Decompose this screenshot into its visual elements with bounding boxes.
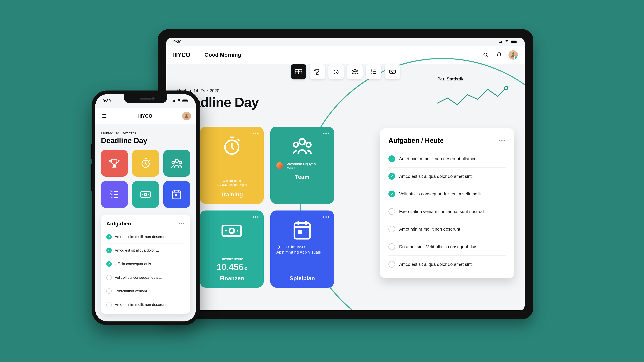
user-avatar[interactable]	[182, 112, 191, 120]
tasks-panel: Aufgaben / Heute ••• Amet minim mollit n…	[380, 128, 514, 278]
svg-point-15	[390, 71, 391, 72]
card-amount: 10.456€	[206, 262, 258, 272]
tile-money[interactable]	[132, 181, 159, 208]
svg-point-40	[144, 193, 147, 196]
task-row[interactable]: Amet minim mollit non deserunt ...	[106, 230, 185, 244]
brand-logo[interactable]: IIIYCO	[173, 51, 190, 58]
task-text: Velit officia consequat duis ...	[115, 275, 162, 280]
check-done-icon[interactable]	[106, 234, 112, 240]
tasks-more-icon[interactable]: •••	[179, 221, 185, 226]
svg-rect-31	[188, 100, 188, 101]
card-sub: Umsatz heute	[206, 257, 258, 261]
phone-frame: 9:30 IIIYCO Montag, 14. Dez 2020 Deadlin…	[92, 90, 200, 325]
signal-icon	[172, 98, 176, 103]
battery-icon	[511, 40, 518, 43]
svg-rect-30	[183, 100, 187, 102]
svg-point-14	[392, 71, 393, 72]
amount-value: 10.456	[217, 262, 243, 272]
calendar-icon	[276, 218, 328, 242]
search-icon[interactable]	[482, 51, 490, 59]
battery-icon	[182, 98, 188, 103]
task-row[interactable]: Amco est sit aliqua dolor do amet sint.	[388, 168, 506, 185]
team-member: Savannah Nguyen Position	[276, 162, 328, 169]
page-title: Deadline Day	[101, 136, 190, 145]
task-row[interactable]: Do amet sint. Velit officia consequat du…	[388, 238, 506, 256]
card-title: Spielplan	[276, 275, 328, 282]
check-done-icon[interactable]	[106, 261, 112, 267]
tile-timer[interactable]	[132, 150, 159, 177]
timer-icon	[206, 134, 258, 158]
tablet-header: IIIYCO Good Morning	[166, 46, 524, 64]
card-more-icon[interactable]: •••	[323, 214, 330, 220]
user-avatar[interactable]	[508, 50, 518, 60]
phone-notch	[124, 94, 167, 103]
nav-money[interactable]	[385, 64, 400, 79]
task-row[interactable]: Velit officia consequat duis ...	[106, 271, 185, 284]
task-text: Amco est sit aliqua dolor ...	[115, 248, 159, 253]
nav-team[interactable]	[347, 64, 362, 79]
card-more-icon[interactable]: •••	[323, 130, 330, 136]
card-title: Training	[206, 191, 258, 198]
check-todo-icon[interactable]	[388, 226, 395, 232]
tile-calendar[interactable]	[163, 181, 190, 208]
task-row[interactable]: Exercitation veniam consequat sunt nostr…	[388, 203, 506, 220]
task-text: Officia consequat duis ...	[115, 262, 155, 266]
check-done-icon[interactable]	[388, 173, 395, 180]
task-row[interactable]: Officia consequat duis ...	[106, 257, 185, 271]
card-sub1: Weiterbildung	[206, 179, 258, 183]
check-todo-icon[interactable]	[388, 208, 395, 215]
nav-ranking[interactable]: 12	[366, 64, 381, 79]
task-row[interactable]: Amet minim mollit non deserunt ...	[106, 298, 185, 311]
card-team[interactable]: ••• Savannah Nguyen Position Team	[270, 127, 334, 204]
card-more-icon[interactable]: •••	[252, 130, 259, 136]
svg-rect-13	[390, 70, 396, 73]
check-done-icon[interactable]	[388, 191, 395, 197]
card-spielplan[interactable]: ••• 18:30 bis 19:30 Abstimmung App Visua…	[270, 211, 334, 288]
tablet-frame: 9:30 IIIYCO Good Morning	[158, 29, 533, 319]
card-training[interactable]: ••• Weiterbildung SCRUM Master Digital T…	[200, 127, 264, 204]
svg-point-20	[294, 142, 298, 147]
check-todo-icon[interactable]	[106, 289, 112, 294]
check-todo-icon[interactable]	[106, 275, 112, 280]
check-todo-icon[interactable]	[388, 243, 395, 250]
task-row[interactable]: Velit officia consequat duis enim velit …	[388, 185, 506, 203]
task-row[interactable]: Amet minim mollit non deserunt	[388, 220, 506, 238]
card-finanzen[interactable]: ••• Umsatz heute 10.456€ Finanzen	[200, 211, 264, 288]
check-done-icon[interactable]	[388, 155, 395, 162]
svg-point-24	[225, 230, 227, 232]
brand-text: IIIYCO	[173, 51, 190, 58]
member-avatar	[276, 162, 283, 169]
status-time: 9:30	[174, 39, 182, 44]
svg-point-34	[175, 159, 178, 163]
svg-text:2: 2	[371, 71, 372, 73]
member-position: Position	[286, 166, 316, 169]
greeting-text: Good Morning	[204, 52, 241, 58]
nav-pitch[interactable]	[291, 64, 306, 79]
card-more-icon[interactable]: •••	[252, 214, 259, 220]
tile-team[interactable]	[163, 150, 190, 177]
check-todo-icon[interactable]	[106, 302, 112, 307]
tile-trophy[interactable]	[101, 150, 128, 177]
bell-icon[interactable]	[495, 51, 503, 59]
signal-icon	[498, 40, 503, 43]
tasks-more-icon[interactable]: •••	[498, 138, 506, 143]
nav-timer[interactable]	[328, 64, 344, 79]
tablet-status-bar: 9:30	[166, 38, 524, 46]
check-done-icon[interactable]	[106, 248, 112, 253]
task-row[interactable]: Amco est sit aliqua dolor do amet sint.	[388, 256, 506, 273]
svg-rect-1	[511, 41, 516, 43]
task-row[interactable]: Amet minim mollit non deserunt ullamco	[388, 150, 506, 168]
menu-icon[interactable]	[100, 112, 108, 120]
tile-ranking[interactable]: 12	[101, 181, 128, 208]
nav-toolbar: 12	[291, 64, 400, 79]
check-todo-icon[interactable]	[388, 261, 395, 268]
brand-logo[interactable]: IIIYCO	[138, 113, 152, 119]
member-name: Savannah Nguyen	[286, 162, 316, 166]
nav-trophy[interactable]	[310, 64, 325, 79]
task-text: Exercitation veniam ...	[115, 289, 151, 293]
task-row[interactable]: Exercitation veniam ...	[106, 284, 185, 298]
task-row[interactable]: Amco est sit aliqua dolor ...	[106, 244, 185, 257]
svg-point-9	[352, 70, 353, 72]
wifi-icon	[177, 98, 181, 103]
card-time-text: 18:30 bis 19:30	[282, 245, 305, 249]
